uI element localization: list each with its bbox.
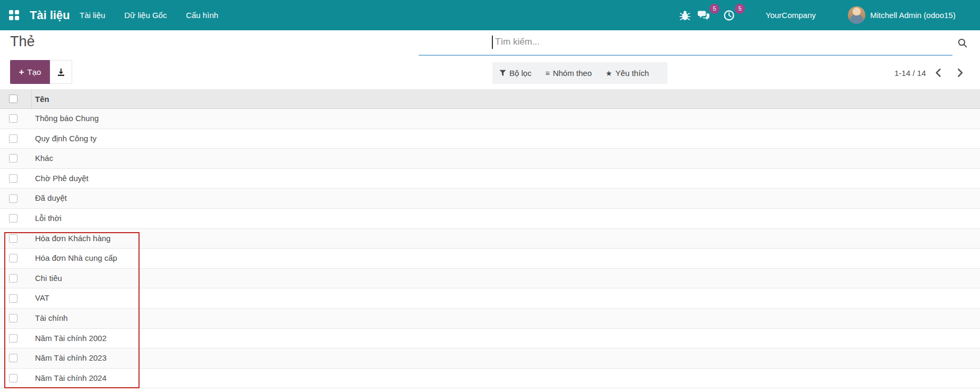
row-checkbox[interactable] xyxy=(9,254,18,262)
row-checkbox[interactable] xyxy=(9,194,18,203)
tag-name[interactable]: Chi tiêu xyxy=(32,269,62,288)
table-row[interactable]: Quy định Công ty xyxy=(0,129,980,149)
tag-name[interactable]: Năm Tài chính 2023 xyxy=(32,348,107,368)
tag-name[interactable]: Lỗi thời xyxy=(32,209,62,228)
apps-grid-icon[interactable] xyxy=(9,10,19,20)
row-checkbox[interactable] xyxy=(9,294,18,303)
table-row[interactable]: Chờ Phê duyệt xyxy=(0,169,980,189)
debug-bug-icon[interactable] xyxy=(679,10,691,21)
table-row[interactable]: Tài chính xyxy=(0,309,980,329)
row-check-cell xyxy=(0,129,32,149)
filter-funnel-icon xyxy=(499,70,506,76)
filters-button-label: Bộ lọc xyxy=(509,69,532,78)
row-check-cell xyxy=(0,109,32,129)
row-checkbox[interactable] xyxy=(9,154,18,163)
row-check-cell xyxy=(0,169,32,189)
odoo-window: Tài liệu Tài liệu Dữ liệu Gốc Cấu hình 5… xyxy=(0,0,980,392)
row-check-cell xyxy=(0,269,32,288)
row-check-cell xyxy=(0,309,32,328)
activities-clock-icon[interactable] xyxy=(723,10,735,21)
column-header-name: Tên xyxy=(32,89,49,108)
row-checkbox[interactable] xyxy=(9,374,18,382)
row-check-cell xyxy=(0,209,32,228)
table-header-row: Tên xyxy=(0,89,980,109)
apps-grid-square xyxy=(15,10,19,14)
top-navbar: Tài liệu Tài liệu Dữ liệu Gốc Cấu hình 5… xyxy=(0,0,980,30)
group-by-button-label: Nhóm theo xyxy=(553,69,592,78)
download-icon xyxy=(57,68,65,76)
table-row[interactable]: Năm Tài chính 2023 xyxy=(0,348,980,369)
app-title[interactable]: Tài liệu xyxy=(30,0,70,30)
tag-name[interactable]: VAT xyxy=(32,288,49,308)
row-checkbox[interactable] xyxy=(9,114,18,123)
pager-next-chevron-icon[interactable] xyxy=(954,67,966,79)
table-row[interactable]: Thông báo Chung xyxy=(0,109,980,129)
group-by-icon: ≡ xyxy=(545,70,550,77)
plus-icon: + xyxy=(19,67,24,76)
tag-name[interactable]: Năm Tài chính 2024 xyxy=(32,369,107,388)
tag-name[interactable]: Khác xyxy=(32,149,53,168)
table-row[interactable]: Đã duyệt xyxy=(0,189,980,209)
row-check-cell xyxy=(0,329,32,348)
row-checkbox[interactable] xyxy=(9,354,18,362)
tag-name[interactable]: Hóa đơn Nhà cung cấp xyxy=(32,249,117,268)
row-check-cell xyxy=(0,149,32,168)
table-row[interactable]: Chi tiêu xyxy=(0,269,980,289)
row-check-cell xyxy=(0,249,32,268)
menu-item-configuration[interactable]: Cấu hình xyxy=(186,11,218,20)
create-button[interactable]: + Tạo xyxy=(10,60,50,84)
filters-button[interactable]: Bộ lọc xyxy=(499,69,532,78)
favorites-button-label: Yêu thích xyxy=(615,69,649,78)
row-check-cell xyxy=(0,189,32,208)
row-check-cell xyxy=(0,369,32,388)
row-check-cell xyxy=(0,229,32,249)
table-row[interactable]: Hóa đơn Khách hàng xyxy=(0,229,980,249)
tag-name[interactable]: Tài chính xyxy=(32,309,68,328)
tag-name[interactable]: Chờ Phê duyệt xyxy=(32,169,89,189)
row-check-cell xyxy=(0,288,32,308)
tag-name[interactable]: Đã duyệt xyxy=(32,189,67,208)
tag-name[interactable]: Thông báo Chung xyxy=(32,109,99,129)
table-row[interactable]: Năm Tài chính 2024 xyxy=(0,369,980,389)
apps-grid-square xyxy=(9,16,13,20)
messages-badge[interactable]: 5 xyxy=(709,4,719,14)
menu-item-documents[interactable]: Tài liệu xyxy=(80,11,105,20)
tag-name[interactable]: Quy định Công ty xyxy=(32,129,97,149)
activities-badge[interactable]: 5 xyxy=(735,4,745,14)
pager-range: 1-14 / 14 xyxy=(875,62,926,84)
search-input[interactable] xyxy=(494,33,865,51)
row-checkbox[interactable] xyxy=(9,214,18,223)
company-switcher[interactable]: YourCompany xyxy=(766,0,816,30)
export-download-button[interactable] xyxy=(50,60,72,84)
user-avatar[interactable] xyxy=(848,6,865,24)
tag-name[interactable]: Hóa đơn Khách hàng xyxy=(32,229,110,249)
favorites-button[interactable]: ★ Yêu thích xyxy=(605,69,649,78)
row-checkbox[interactable] xyxy=(9,174,18,183)
tag-name[interactable]: Năm Tài chính 2002 xyxy=(32,329,107,348)
table-row[interactable]: Hóa đơn Nhà cung cấp xyxy=(0,249,980,269)
select-all-checkbox[interactable] xyxy=(9,95,18,103)
group-by-button[interactable]: ≡ Nhóm theo xyxy=(545,69,592,78)
messages-icon[interactable] xyxy=(698,10,709,21)
row-checkbox[interactable] xyxy=(9,234,18,243)
table-body: Thông báo Chung Quy định Công ty Khác Ch… xyxy=(0,109,980,388)
table-row[interactable]: VAT xyxy=(0,288,980,309)
row-checkbox[interactable] xyxy=(9,274,18,283)
row-checkbox[interactable] xyxy=(9,134,18,143)
apps-grid-square xyxy=(9,10,13,14)
pager-previous-chevron-icon[interactable] xyxy=(933,67,944,79)
search-underline xyxy=(419,55,952,56)
favorite-star-icon: ★ xyxy=(605,70,612,77)
row-checkbox[interactable] xyxy=(9,334,18,343)
search-icon[interactable] xyxy=(957,37,968,49)
user-menu[interactable]: Mitchell Admin (odoo15) xyxy=(870,0,956,30)
create-button-label: Tạo xyxy=(28,67,41,76)
table-row[interactable]: Khác xyxy=(0,149,980,169)
table-row[interactable]: Năm Tài chính 2002 xyxy=(0,329,980,349)
apps-grid-square xyxy=(15,16,19,20)
page-title: Thẻ xyxy=(10,31,35,52)
table-row[interactable]: Lỗi thời xyxy=(0,209,980,229)
menu-item-master-data[interactable]: Dữ liệu Gốc xyxy=(124,11,167,20)
row-checkbox[interactable] xyxy=(9,314,18,322)
select-all-cell xyxy=(0,89,32,108)
